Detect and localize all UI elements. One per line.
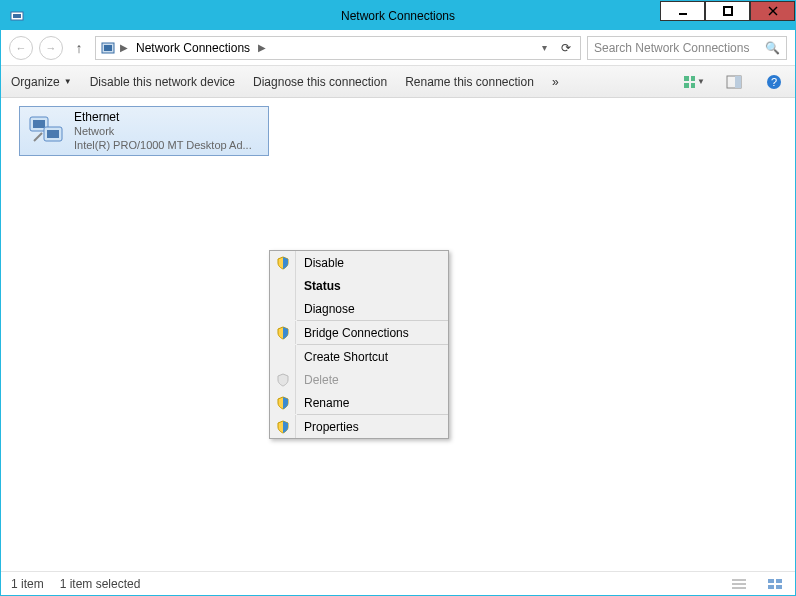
context-menu-disable[interactable]: Disable	[270, 251, 448, 274]
shield-icon	[276, 420, 290, 434]
diagnose-connection-button[interactable]: Diagnose this connection	[253, 75, 387, 89]
context-menu-label: Properties	[296, 420, 359, 434]
context-menu-label: Bridge Connections	[296, 326, 409, 340]
forward-button[interactable]: →	[39, 36, 63, 60]
large-icons-view-button[interactable]	[765, 576, 785, 592]
window-controls	[660, 1, 795, 21]
content-area: Ethernet Network Intel(R) PRO/1000 MT De…	[1, 98, 795, 571]
toolbar: Organize ▼ Disable this network device D…	[1, 66, 795, 98]
window-title: Network Connections	[341, 9, 455, 23]
back-button[interactable]: ←	[9, 36, 33, 60]
svg-rect-10	[684, 83, 689, 88]
svg-rect-8	[684, 76, 689, 81]
maximize-button[interactable]	[705, 1, 750, 21]
svg-rect-25	[768, 585, 774, 589]
rename-connection-button[interactable]: Rename this connection	[405, 75, 534, 89]
network-adapter-icon	[26, 111, 66, 151]
svg-rect-26	[776, 585, 782, 589]
connection-device: Intel(R) PRO/1000 MT Desktop Ad...	[74, 139, 252, 153]
context-menu-bridge[interactable]: Bridge Connections	[270, 321, 448, 344]
context-menu-label: Disable	[296, 256, 344, 270]
svg-rect-7	[104, 45, 112, 51]
search-input[interactable]: Search Network Connections 🔍	[587, 36, 787, 60]
svg-rect-19	[47, 130, 59, 138]
app-icon	[9, 8, 25, 24]
connection-status: Network	[74, 125, 252, 139]
window-frame: Network Connections ← → ↑ ▶ Network Conn…	[0, 0, 796, 596]
organize-menu[interactable]: Organize ▼	[11, 75, 72, 89]
preview-pane-button[interactable]	[723, 71, 745, 93]
context-menu-label: Create Shortcut	[296, 350, 388, 364]
context-menu-create-shortcut[interactable]: Create Shortcut	[270, 345, 448, 368]
close-button[interactable]	[750, 1, 795, 21]
view-options-button[interactable]: ▼	[683, 71, 705, 93]
search-icon[interactable]: 🔍	[765, 41, 780, 55]
up-button[interactable]: ↑	[69, 38, 89, 58]
shield-icon	[276, 373, 290, 387]
svg-rect-17	[33, 120, 45, 128]
svg-rect-9	[691, 76, 695, 81]
shield-icon	[276, 326, 290, 340]
minimize-button[interactable]	[660, 1, 705, 21]
chevron-down-icon: ▼	[64, 77, 72, 86]
svg-rect-11	[691, 83, 695, 88]
context-menu-diagnose[interactable]: Diagnose	[270, 297, 448, 320]
svg-rect-13	[735, 76, 741, 88]
refresh-button[interactable]: ⟳	[556, 41, 576, 55]
context-menu-label: Delete	[296, 373, 339, 387]
address-bar: ← → ↑ ▶ Network Connections ▶ ▾ ⟳ Search…	[1, 30, 795, 66]
context-menu-rename[interactable]: Rename	[270, 391, 448, 414]
connection-item-text: Ethernet Network Intel(R) PRO/1000 MT De…	[74, 110, 252, 153]
breadcrumb-separator-icon[interactable]: ▶	[258, 42, 266, 53]
context-menu-label: Status	[296, 279, 341, 293]
svg-rect-2	[679, 13, 687, 15]
shield-icon	[276, 396, 290, 410]
connection-item-ethernet[interactable]: Ethernet Network Intel(R) PRO/1000 MT De…	[19, 106, 269, 156]
help-button[interactable]: ?	[763, 71, 785, 93]
titlebar: Network Connections	[1, 1, 795, 30]
svg-rect-24	[776, 579, 782, 583]
context-menu-properties[interactable]: Properties	[270, 415, 448, 438]
breadcrumb[interactable]: ▶ Network Connections ▶ ▾ ⟳	[95, 36, 581, 60]
details-view-button[interactable]	[729, 576, 749, 592]
breadcrumb-dropdown-icon[interactable]: ▾	[536, 42, 552, 53]
context-menu: Disable Status Diagnose Bridge Connectio…	[269, 250, 449, 439]
status-selected-count: 1 item selected	[60, 577, 141, 591]
status-item-count: 1 item	[11, 577, 44, 591]
svg-rect-3	[724, 7, 732, 15]
toolbar-overflow-button[interactable]: »	[552, 75, 559, 89]
svg-rect-23	[768, 579, 774, 583]
context-menu-delete: Delete	[270, 368, 448, 391]
breadcrumb-item[interactable]: Network Connections	[132, 39, 254, 57]
search-placeholder: Search Network Connections	[594, 41, 749, 55]
breadcrumb-separator-icon: ▶	[120, 42, 128, 53]
control-panel-icon	[100, 40, 116, 56]
context-menu-status[interactable]: Status	[270, 274, 448, 297]
context-menu-label: Diagnose	[296, 302, 355, 316]
svg-text:?: ?	[771, 76, 777, 88]
disable-device-button[interactable]: Disable this network device	[90, 75, 235, 89]
context-menu-label: Rename	[296, 396, 349, 410]
organize-label: Organize	[11, 75, 60, 89]
shield-icon	[276, 256, 290, 270]
connection-name: Ethernet	[74, 110, 252, 125]
status-bar: 1 item 1 item selected	[1, 571, 795, 595]
svg-rect-1	[13, 14, 21, 18]
chevron-down-icon: ▼	[697, 77, 705, 86]
